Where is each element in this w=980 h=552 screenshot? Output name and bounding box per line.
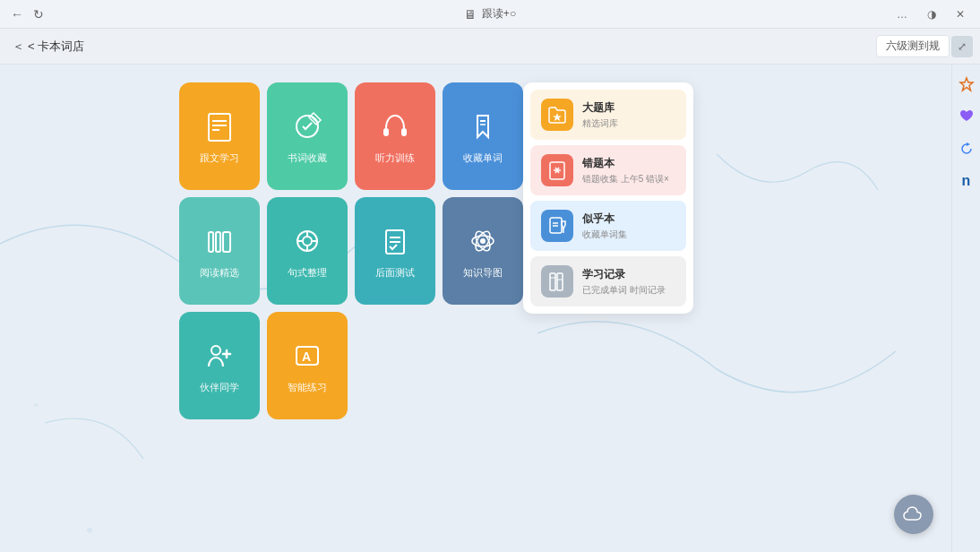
tile-mindmap-label: 知识导图	[463, 266, 503, 279]
task-icon	[289, 223, 325, 259]
tile-sentences-label: 句式整理	[288, 266, 327, 279]
edit-icon	[289, 108, 325, 144]
tile-test-label: 后面测试	[375, 266, 415, 279]
records-card-icon	[541, 265, 573, 298]
sidebar-icon-heart[interactable]	[956, 106, 977, 127]
tile-listening[interactable]: 听力训练	[355, 82, 435, 190]
mistakes-card-title: 错题本	[582, 156, 669, 171]
tool-icon	[959, 76, 975, 92]
error-book-icon	[547, 160, 567, 180]
tile-grid-container: 跟文学习 书词收藏 听力训练	[179, 82, 523, 419]
mistakes-card-icon	[541, 154, 573, 186]
main-content: 跟文学习 书词收藏 听力训练	[0, 65, 951, 552]
svg-text:A: A	[302, 349, 311, 364]
svg-point-15	[303, 237, 312, 246]
expand-icon: ⤢	[958, 40, 967, 53]
tile-collection[interactable]: 收藏单词	[443, 82, 523, 190]
tile-reading-label: 跟文学习	[200, 151, 239, 164]
panel-card-library[interactable]: 大题库 精选词库	[530, 90, 686, 140]
svg-point-26	[480, 238, 486, 244]
back-nav[interactable]: ＜ < 卡本词店	[13, 39, 84, 55]
menu-button[interactable]: …	[892, 6, 912, 22]
panel-card-records[interactable]: 学习记录 已完成单词 时间记录	[530, 256, 686, 306]
tile-vocabulary[interactable]: 书词收藏	[267, 82, 348, 190]
tile-test[interactable]: 后面测试	[355, 197, 435, 305]
close-button[interactable]: ✕	[951, 6, 969, 22]
tile-ai-practice[interactable]: A 智能练习	[267, 312, 348, 419]
svg-rect-35	[550, 273, 555, 290]
svg-rect-2	[209, 114, 230, 141]
navbar: ＜ < 卡本词店 六级测到规 ✏ ⤢	[0, 29, 980, 65]
titlebar-center: 🖥 跟读+○	[464, 6, 516, 22]
back-arrow-icon: ＜	[13, 39, 24, 55]
nav-icon-label: n	[962, 173, 971, 189]
records-card-title: 学习记录	[582, 267, 666, 282]
pin-book-icon	[547, 216, 567, 236]
records-card-subtitle: 已完成单词 时间记录	[582, 284, 666, 296]
panel-card-mistakes[interactable]: 错题本 错题收集 上午5 错误×	[530, 145, 686, 195]
tile-ai-practice-label: 智能练习	[288, 381, 327, 393]
chart-icon	[547, 272, 567, 291]
tile-grid: 跟文学习 书词收藏 听力训练	[179, 82, 523, 419]
svg-rect-8	[401, 128, 407, 136]
cloud-icon	[903, 504, 924, 525]
theme-button[interactable]: ◑	[923, 6, 941, 22]
titlebar-right: … ◑ ✕	[892, 6, 969, 22]
bookmark-icon	[465, 108, 501, 144]
refresh-icon	[959, 141, 975, 157]
titlebar-left: ← ↻	[11, 8, 45, 21]
right-panel: 大题库 精选词库 错题本 错题收集 上午5 错误×	[523, 82, 693, 314]
heart-icon	[959, 108, 975, 125]
back-button[interactable]: ←	[11, 8, 23, 21]
tile-partner-label: 伙伴同学	[200, 381, 239, 393]
person-icon	[202, 338, 237, 374]
svg-point-27	[211, 346, 220, 355]
refresh-button[interactable]: ↻	[32, 8, 45, 21]
headphone-icon	[377, 108, 413, 144]
svg-point-1	[34, 403, 38, 407]
svg-rect-36	[557, 273, 563, 290]
favorites-card-title: 似乎本	[582, 211, 627, 227]
records-card-text: 学习记录 已完成单词 时间记录	[582, 267, 666, 296]
mistakes-card-subtitle: 错题收集 上午5 错误×	[582, 173, 669, 185]
sidebar-icon-nav[interactable]: n	[956, 170, 977, 192]
library-card-title: 大题库	[582, 100, 618, 116]
book-icon	[202, 108, 237, 144]
atom-icon	[465, 223, 501, 259]
tile-reading[interactable]: 跟文学习	[179, 82, 260, 190]
tile-mindmap[interactable]: 知识导图	[443, 197, 523, 305]
library-card-text: 大题库 精选词库	[582, 100, 618, 129]
favorites-card-icon	[541, 210, 573, 242]
navbar-title: < 卡本词店	[28, 39, 84, 55]
right-sidebar: n	[951, 65, 980, 552]
svg-rect-13	[223, 232, 230, 252]
cloud-button[interactable]	[894, 495, 933, 534]
svg-rect-7	[383, 128, 389, 136]
tile-partner[interactable]: 伙伴同学	[179, 312, 260, 419]
svg-rect-12	[216, 232, 220, 252]
svg-point-0	[87, 528, 92, 533]
font-icon: A	[289, 338, 325, 374]
library-icon	[202, 223, 237, 259]
tile-listening-label: 听力训练	[375, 151, 415, 164]
tile-sentences[interactable]: 句式整理	[267, 197, 348, 305]
titlebar: ← ↻ 🖥 跟读+○ … ◑ ✕	[0, 0, 980, 29]
library-card-subtitle: 精选词库	[582, 117, 618, 129]
expand-button[interactable]: ⤢	[951, 36, 973, 57]
favorites-card-subtitle: 收藏单词集	[582, 229, 627, 240]
panel-card-favorites[interactable]: 似乎本 收藏单词集	[530, 201, 686, 251]
tile-reading-select-label: 阅读精选	[200, 266, 239, 279]
mistakes-card-text: 错题本 错题收集 上午5 错误×	[582, 156, 669, 185]
svg-rect-11	[209, 232, 213, 252]
library-card-icon	[541, 99, 573, 131]
tag-button[interactable]: 六级测到规	[876, 35, 950, 57]
tag-label: 六级测到规	[886, 39, 940, 54]
tile-vocabulary-label: 书词收藏	[288, 151, 327, 164]
navbar-right: 六级测到规 ✏ ⤢	[876, 35, 967, 57]
checklist-icon	[377, 223, 413, 259]
sidebar-icon-tool[interactable]	[956, 73, 977, 95]
sidebar-icon-refresh[interactable]	[956, 138, 977, 160]
star-folder-icon	[547, 105, 567, 125]
favorites-card-text: 似乎本 收藏单词集	[582, 211, 627, 240]
tile-reading-select[interactable]: 阅读精选	[179, 197, 260, 305]
